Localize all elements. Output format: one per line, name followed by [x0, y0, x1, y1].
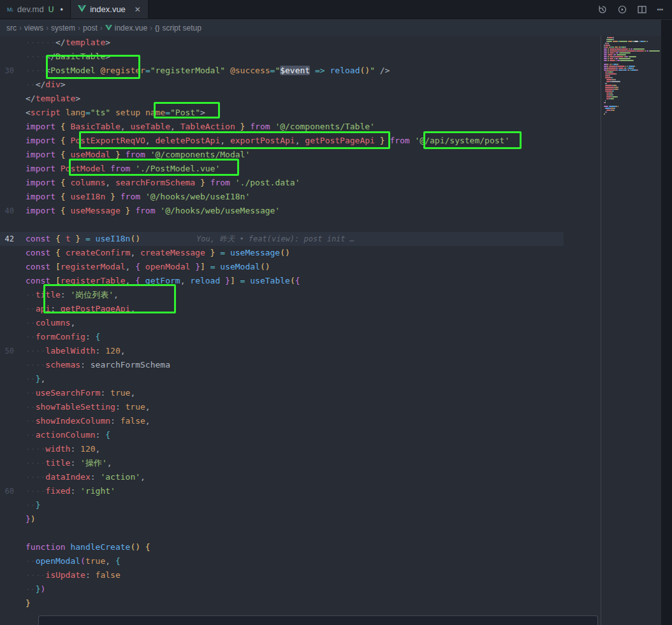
line-number	[0, 386, 26, 400]
code-line[interactable]: ··columns,	[0, 316, 564, 330]
code-line[interactable]: ····isUpdate: false	[0, 568, 564, 582]
code-line[interactable]: const [registerModal, { openModal }] = u…	[0, 260, 564, 274]
close-icon[interactable]: ✕	[135, 5, 141, 14]
chevron-right-icon: ›	[78, 24, 80, 32]
code-line[interactable]: 30····<PostModel @register="registerModa…	[0, 64, 564, 78]
git-status-untracked-badge: U	[48, 5, 54, 14]
line-number	[0, 330, 26, 344]
code-line[interactable]: function handleCreate() {	[0, 540, 564, 554]
code-line[interactable]: </template>	[0, 92, 564, 106]
line-number	[0, 498, 26, 512]
tab-index-vue[interactable]: index.vue ✕	[71, 0, 149, 18]
bottom-widget	[38, 615, 598, 625]
code-line[interactable]	[0, 218, 564, 232]
code-line[interactable]: ··showIndexColumn: false,	[0, 414, 564, 428]
code-line[interactable]: ··actionColumn: {	[0, 428, 564, 442]
tab-label: dev.md	[17, 4, 44, 14]
line-number	[0, 190, 26, 204]
breadcrumb-item-system[interactable]: system	[51, 24, 75, 32]
line-number	[0, 92, 26, 106]
minimap[interactable]	[604, 36, 660, 117]
line-number	[0, 274, 26, 288]
line-number: 42	[0, 232, 26, 246]
code-line[interactable]: ····schemas: searchFormSchema	[0, 358, 564, 372]
line-number	[0, 526, 26, 540]
code-line[interactable]: 60····fixed: 'right'	[0, 484, 564, 498]
code-line[interactable]: ··},	[0, 372, 564, 386]
line-number	[0, 414, 26, 428]
line-number	[0, 456, 26, 470]
more-actions-icon[interactable]: ⋯	[657, 6, 663, 13]
breadcrumb-item-script-setup[interactable]: {}script setup	[155, 24, 201, 32]
code-line[interactable]: ····title: '操作',	[0, 456, 564, 470]
code-line[interactable]: ··})	[0, 582, 564, 596]
code-line[interactable]: ··}	[0, 498, 564, 512]
line-number	[0, 470, 26, 484]
code-line[interactable]: ····dataIndex: 'action',	[0, 470, 564, 484]
code-line[interactable]: ··showTableSetting: true,	[0, 400, 564, 414]
code-line[interactable]: import { useI18n } from '@/hooks/web/use…	[0, 190, 564, 204]
code-line[interactable]: ··title: '岗位列表',	[0, 288, 564, 302]
code-line[interactable]	[0, 526, 564, 540]
chevron-right-icon: ›	[100, 24, 103, 32]
code-line[interactable]: import PostModel from './PostModel.vue'	[0, 162, 564, 176]
line-number	[0, 260, 26, 274]
git-blame-annotation: You, 昨天 • feat(view): post init …	[196, 234, 354, 243]
code-line[interactable]: import { BasicTable, useTable, TableActi…	[0, 120, 564, 134]
line-number	[0, 78, 26, 92]
line-number: 40	[0, 204, 26, 218]
code-line[interactable]: ······</template>	[0, 36, 564, 50]
code-line[interactable]: ····width: 120,	[0, 442, 564, 456]
line-number	[0, 148, 26, 162]
chevron-right-icon: ›	[19, 24, 22, 32]
line-number	[0, 540, 26, 554]
markdown-icon: M↓	[7, 6, 13, 13]
code-line[interactable]: ··api: getPostPageApi,	[0, 302, 564, 316]
code-line[interactable]: ··openModal(true, {	[0, 554, 564, 568]
code-line[interactable]: import { useModal } from '@/components/M…	[0, 148, 564, 162]
code-line[interactable]: ··formConfig: {	[0, 330, 564, 344]
line-number	[0, 246, 26, 260]
line-number	[0, 134, 26, 148]
split-editor-icon[interactable]	[637, 4, 647, 15]
code-line[interactable]: ····</BasicTable>	[0, 50, 564, 64]
code-line[interactable]: 50····labelWidth: 120,	[0, 344, 564, 358]
code-line[interactable]: const { createConfirm, createMessage } =…	[0, 246, 564, 260]
line-number	[0, 554, 26, 568]
breadcrumb-item-index-vue[interactable]: index.vue	[105, 24, 147, 32]
line-number	[0, 288, 26, 302]
tab-bar: M↓ dev.md U ● index.vue ✕ ⋯	[0, 0, 672, 19]
line-number	[0, 400, 26, 414]
tab-dev-md[interactable]: M↓ dev.md U ●	[0, 0, 71, 18]
code-line[interactable]: 40import { useMessage } from '@/hooks/we…	[0, 204, 564, 218]
breadcrumb-item-views[interactable]: views	[24, 24, 43, 32]
line-number: 60	[0, 484, 26, 498]
tab-label: index.vue	[90, 4, 126, 14]
line-number	[0, 162, 26, 176]
breadcrumb-item-src[interactable]: src	[6, 24, 17, 32]
unsaved-dot-icon: ●	[60, 6, 63, 12]
line-number: 50	[0, 344, 26, 358]
code-line[interactable]: ··</div>	[0, 78, 564, 92]
history-icon[interactable]	[597, 4, 608, 15]
open-changes-icon[interactable]	[617, 4, 627, 15]
vscode-window: M↓ dev.md U ● index.vue ✕ ⋯ src›views›sy…	[0, 0, 672, 625]
code-line[interactable]: const [registerTable, { getForm, reload …	[0, 274, 564, 288]
line-number	[0, 50, 26, 64]
line-number	[0, 36, 26, 50]
code-line[interactable]: import { PostExportReqVO, deletePostApi,…	[0, 134, 564, 148]
code-line[interactable]: 42const { t } = useI18n()You, 昨天 • feat(…	[0, 232, 564, 246]
code-line[interactable]: import { columns, searchFormSchema } fro…	[0, 176, 564, 190]
breadcrumb-item-post[interactable]: post	[83, 24, 98, 32]
code-line[interactable]: ··useSearchForm: true,	[0, 386, 564, 400]
line-number	[0, 176, 26, 190]
line-number	[0, 302, 26, 316]
scrollbar[interactable]	[661, 20, 672, 625]
code-line[interactable]: }	[0, 596, 564, 610]
chevron-right-icon: ›	[150, 24, 152, 32]
code-line[interactable]: <script lang="ts" setup name="Post">	[0, 106, 564, 120]
line-number	[0, 582, 26, 596]
code-line[interactable]: })	[0, 512, 564, 526]
vue-icon	[78, 4, 86, 14]
code-editor[interactable]: ······</template>····</BasicTable>30····…	[0, 36, 564, 624]
